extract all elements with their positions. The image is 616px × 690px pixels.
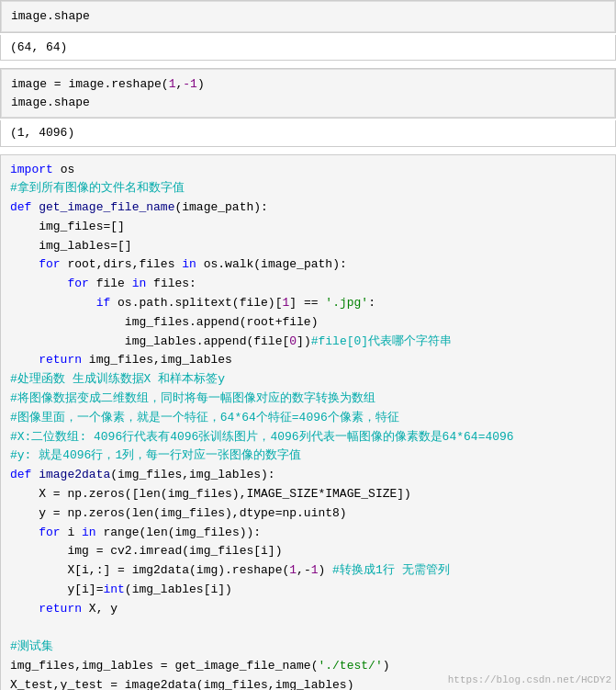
output-block-1: (64, 64) — [0, 35, 616, 62]
output-block-2: (1, 4096) — [0, 120, 616, 147]
watermark: https://blog.csdn.net/HCDY2 — [448, 674, 611, 685]
code-block-1: image.shape — [0, 0, 616, 33]
code-content-2: image = image.reshape(1,-1) image.shape — [1, 69, 615, 118]
code-block-2: image = image.reshape(1,-1) image.shape — [0, 68, 616, 119]
big-code-block: import os #拿到所有图像的文件名和数字值 def get_image_… — [0, 154, 616, 691]
code-content-1: image.shape — [1, 1, 615, 32]
